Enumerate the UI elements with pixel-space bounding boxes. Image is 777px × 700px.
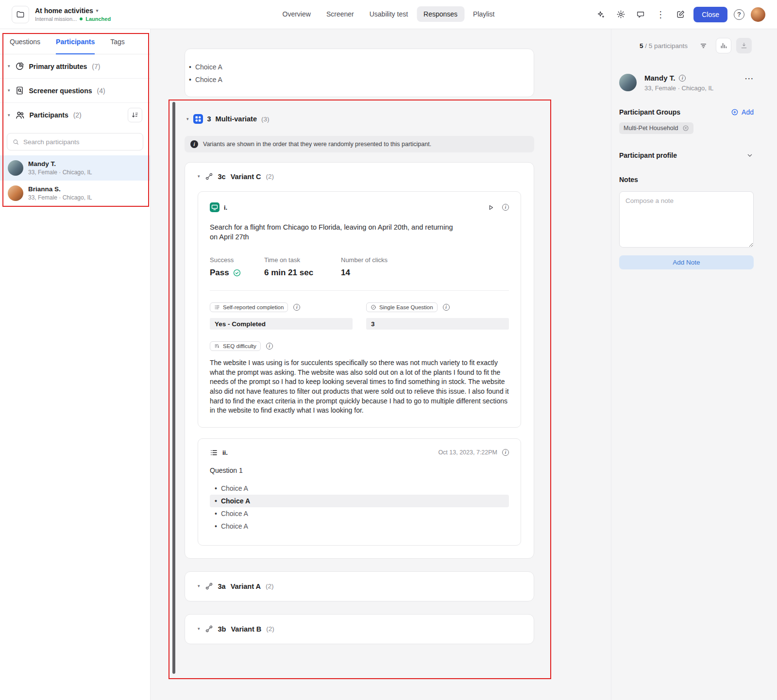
tab-overview[interactable]: Overview [276,6,318,22]
variants-info-banner: i Variants are shown in the order that t… [185,136,534,152]
filter-button[interactable] [695,38,711,53]
group-chip-label: Multi-Pet Household [624,125,678,132]
info-icon[interactable]: i [443,304,450,311]
choice-label: Choice A [195,76,222,83]
participant-panel: Mandy T. i 33, Female · Chicago, IL ⋯ Pa… [611,29,777,700]
chart-view-button[interactable] [716,38,731,53]
sort-participants-button[interactable] [128,108,142,122]
project-switcher[interactable]: At home activities ▾ Internal mission...… [12,6,111,23]
section-screener-questions[interactable]: ▾ Screener questions (4) [0,79,150,103]
download-button[interactable] [736,38,752,53]
tab-playlist[interactable]: Playlist [466,6,501,22]
bullet-icon: • [215,510,217,517]
chevron-down-icon: ▾ [8,113,10,117]
pass-badge-icon [233,268,241,277]
variant-name: Variant B [231,625,261,633]
project-folder-button[interactable] [12,6,29,23]
variant-b-card[interactable]: ▾ 3b Variant B (2) [185,614,534,644]
choice-item: • Choice A [189,73,534,86]
seq-difficulty-response: The website I was using is for succulent… [210,358,509,416]
bullet-icon: • [215,522,217,530]
participant-profile-toggle[interactable]: Participant profile [619,151,754,159]
info-icon[interactable]: i [679,75,686,82]
remove-group-button[interactable] [682,125,689,132]
profile-heading: Participant profile [619,151,677,159]
ai-sparkle-button[interactable] [594,8,608,21]
info-icon[interactable]: i [502,204,509,211]
question-result-card: ii. Oct 13, 2023, 7:22PM i Question 1 • … [198,438,521,546]
participant-name: Brianna S. [28,185,92,193]
sidebar-tabs: Questions Participants Tags [0,29,150,54]
sidebar-tab-questions[interactable]: Questions [10,29,40,54]
info-icon[interactable]: i [293,304,300,311]
question-timestamp: Oct 13, 2023, 7:22PM [438,449,497,456]
variant-name: Variant C [231,173,261,181]
section-primary-attributes[interactable]: ▾ Primary attributes (7) [0,54,150,79]
add-group-button[interactable]: Add [731,108,754,116]
previous-question-card: • Choice A • Choice A [185,49,534,97]
variant-name: Variant A [231,583,261,590]
compose-button[interactable] [674,8,687,21]
task-prompt: Search for a flight from Chicago to Flor… [210,223,457,242]
edit-icon [676,10,685,19]
variant-id: 3c [218,173,226,181]
pencil-circle-icon [371,304,376,310]
filter-icon [699,42,708,50]
participant-row-brianna[interactable]: Brianna S. 33, Female · Chicago, IL [0,181,150,206]
chevron-down-icon[interactable]: ▾ [186,117,189,121]
choices-list: • Choice A • Choice A • Choice A • Choic… [210,482,509,533]
variant-icon [205,625,213,633]
variant-c-header[interactable]: ▾ 3c Variant C (2) [198,172,521,181]
tab-screener[interactable]: Screener [320,6,361,22]
bullet-icon: • [189,63,191,71]
participant-search [7,133,143,150]
search-input[interactable] [23,138,138,146]
tab-responses[interactable]: Responses [417,6,464,22]
participant-name: Mandy T. [28,160,92,167]
chevron-down-icon[interactable]: ▾ [198,627,200,631]
user-avatar[interactable] [751,7,765,22]
metric-label: Success [210,256,264,264]
groups-heading: Participant Groups [619,108,680,116]
play-recording-button[interactable] [486,202,495,212]
section-label: Participants [30,111,68,119]
chevron-down-icon[interactable]: ▾ [198,174,200,179]
participant-row-mandy[interactable]: Mandy T. 33, Female · Chicago, IL [0,155,150,181]
chevron-down-icon[interactable]: ▾ [96,9,99,13]
question-label: ii. [222,449,228,456]
single-ease-chip: Single Ease Question [366,302,438,312]
section-count: (2) [73,111,82,119]
participant-menu-button[interactable]: ⋯ [744,74,754,83]
info-icon[interactable]: i [502,449,509,456]
section-participants[interactable]: ▾ Participants (2) [0,103,150,127]
participant-details: 33, Female · Chicago, IL [644,84,713,92]
tab-usability-test[interactable]: Usability test [363,6,415,22]
info-icon[interactable]: i [266,343,273,350]
variant-id: 3a [218,583,226,590]
choice-label: Choice A [221,497,250,505]
comments-button[interactable] [634,8,647,21]
block-header-multivariate[interactable]: ▾ 3 Multi-variate (3) [186,113,534,125]
sidebar-tab-tags[interactable]: Tags [110,29,125,54]
variant-a-card[interactable]: ▾ 3a Variant A (2) [185,571,534,601]
sidebar-tab-participants[interactable]: Participants [56,29,95,54]
variant-count: (2) [266,583,274,590]
task-result-card: i. i Search for a flight from Chicago to… [198,191,521,428]
chevron-down-icon[interactable]: ▾ [198,584,200,588]
close-button[interactable]: Close [693,7,727,22]
block-number: 3 [207,115,211,123]
download-icon [740,42,748,50]
note-input[interactable] [619,191,754,248]
settings-button[interactable] [614,8,627,21]
scrollbar-thumb[interactable] [172,102,175,674]
variant-icon [205,582,213,590]
folder-icon [16,10,25,19]
kebab-menu-icon: ⋮ [656,10,665,19]
participants-counter: 5 / 5 participants [640,42,688,50]
choice-item: • Choice A [210,520,509,533]
help-button[interactable]: ? [734,9,744,20]
multivariate-icon [193,114,203,124]
x-circle-icon [682,125,689,132]
more-options-button[interactable]: ⋮ [654,8,667,21]
add-note-button[interactable]: Add Note [619,255,754,269]
